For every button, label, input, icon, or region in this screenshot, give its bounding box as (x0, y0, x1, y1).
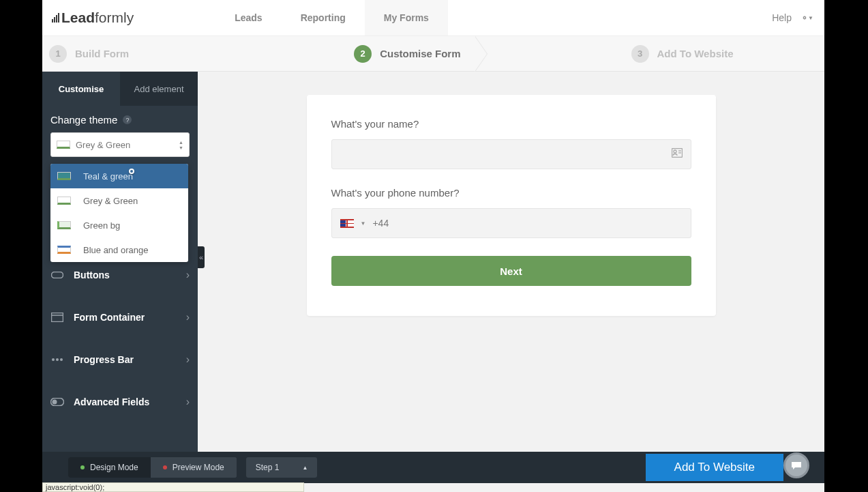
floating-help-button[interactable] (783, 452, 809, 478)
chevron-right-icon: › (186, 311, 190, 323)
theme-select[interactable]: Grey & Green ▲▼ (50, 132, 190, 157)
form-card: What's your name? What's your phone numb… (307, 95, 716, 316)
theme-swatch-icon (57, 197, 71, 205)
theme-option-label: Blue and orange (83, 245, 148, 255)
contact-card-icon (672, 148, 683, 160)
theme-option-teal-green[interactable]: Teal & green (50, 164, 188, 188)
step-label: Add To Website (657, 48, 734, 59)
logo-bars-icon (52, 13, 59, 23)
step-number: 3 (631, 45, 649, 63)
step-add-to-website[interactable]: 3 Add To Website (618, 36, 747, 71)
svg-point-7 (53, 400, 57, 405)
name-input[interactable] (331, 139, 691, 169)
svg-point-4 (56, 358, 59, 361)
step-label: Build Form (75, 48, 129, 59)
cursor-icon (129, 169, 134, 174)
theme-swatch-icon (57, 172, 71, 180)
mode-label: Preview Mode (173, 463, 224, 472)
svg-rect-0 (52, 272, 63, 278)
chevron-right-icon: › (186, 353, 190, 366)
svg-rect-1 (52, 313, 63, 322)
svg-point-9 (674, 150, 676, 153)
theme-option-label: Teal & green (83, 171, 133, 182)
progress-icon (50, 358, 64, 362)
flag-uk-icon[interactable] (340, 219, 354, 228)
design-mode-button[interactable]: Design Mode (68, 457, 151, 478)
form-question-name: What's your name? (331, 118, 691, 130)
sidebar-tabs: Customise Add element (42, 72, 198, 106)
theme-dropdown: Teal & green Grey & Green Green bg Blue … (50, 164, 188, 262)
chevron-right-icon: › (186, 396, 190, 408)
next-button[interactable]: Next (331, 256, 691, 286)
stepper-arrows-icon: ▲▼ (179, 140, 183, 150)
browser-status-bar: javascript:void(0); (42, 482, 304, 492)
caret-down-icon: ▼ (808, 15, 813, 21)
step-customise-form[interactable]: 2 Customise Form (340, 36, 474, 71)
mode-toggle: Design Mode Preview Mode (68, 457, 237, 478)
preview-mode-button[interactable]: Preview Mode (151, 457, 237, 478)
theme-selected-text: Grey & Green (76, 140, 179, 150)
svg-point-3 (52, 358, 55, 361)
help-icon[interactable]: ? (123, 115, 132, 124)
dot-icon (163, 465, 167, 469)
step-build-form[interactable]: 1 Build Form (42, 36, 143, 71)
theme-option-grey-green[interactable]: Grey & Green (50, 188, 188, 213)
logo[interactable]: Leadformly (52, 10, 134, 26)
chevron-right-icon: › (186, 269, 190, 281)
sidebar-item-label: Form Container (74, 312, 177, 323)
theme-swatch-icon (57, 141, 70, 149)
phone-input[interactable]: ▼ +44 (331, 208, 691, 238)
mode-label: Design Mode (90, 463, 138, 472)
sidebar-item-label: Buttons (74, 270, 177, 280)
theme-option-label: Green bg (83, 220, 120, 231)
tab-customise[interactable]: Customise (42, 72, 120, 106)
change-theme-heading: Change theme ? (42, 106, 198, 132)
nav-leads[interactable]: Leads (215, 0, 281, 35)
bottom-bar: Design Mode Preview Mode Step 1 ▲ Add To… (42, 452, 824, 483)
help-link[interactable]: Help (772, 12, 792, 23)
tab-add-element[interactable]: Add element (120, 72, 198, 106)
button-icon (50, 272, 64, 278)
sidebar-item-progress-bar[interactable]: Progress Bar › (42, 338, 198, 381)
nav-my-forms[interactable]: My Forms (365, 0, 448, 35)
change-theme-label: Change theme (50, 114, 117, 126)
toggle-icon (50, 398, 64, 406)
app-header: Leadformly Leads Reporting My Forms Help… (42, 0, 824, 36)
main-nav: Leads Reporting My Forms (215, 0, 448, 35)
sidebar-item-label: Advanced Fields (74, 396, 177, 407)
theme-swatch-icon (57, 221, 71, 229)
form-canvas: What's your name? What's your phone numb… (198, 72, 824, 492)
step-dropdown-label: Step 1 (256, 463, 280, 472)
logo-bold: Lead (61, 10, 95, 26)
theme-option-label: Grey & Green (83, 196, 138, 206)
theme-option-blue-orange[interactable]: Blue and orange (50, 237, 188, 262)
nav-reporting[interactable]: Reporting (282, 0, 365, 35)
dot-icon (80, 465, 85, 469)
step-label: Customise Form (380, 48, 460, 59)
sidebar-item-label: Progress Bar (74, 354, 177, 365)
step-dropdown[interactable]: Step 1 ▲ (246, 457, 318, 478)
form-question-phone: What's your phone number? (331, 187, 691, 199)
logo-light: formly (95, 10, 134, 26)
theme-swatch-icon (57, 246, 71, 254)
sidebar-item-form-container[interactable]: Form Container › (42, 296, 198, 338)
wizard-steps: 1 Build Form 2 Customise Form 3 Add To W… (42, 36, 824, 72)
theme-option-green-bg[interactable]: Green bg (50, 213, 188, 237)
step-number: 1 (49, 45, 67, 63)
settings-gear-icon[interactable]: ▼ (803, 12, 813, 23)
step-number: 2 (354, 45, 372, 63)
svg-point-5 (60, 358, 63, 361)
caret-down-icon: ▼ (361, 220, 366, 227)
sidebar-item-advanced-fields[interactable]: Advanced Fields › (42, 381, 198, 423)
add-to-website-button[interactable]: Add To Website (646, 454, 783, 481)
sidebar: Customise Add element Change theme ? Gre… (42, 72, 198, 492)
caret-up-icon: ▲ (302, 465, 308, 471)
phone-prefix: +44 (372, 218, 389, 229)
sidebar-collapse-button[interactable]: « (198, 246, 205, 268)
container-icon (50, 313, 64, 322)
